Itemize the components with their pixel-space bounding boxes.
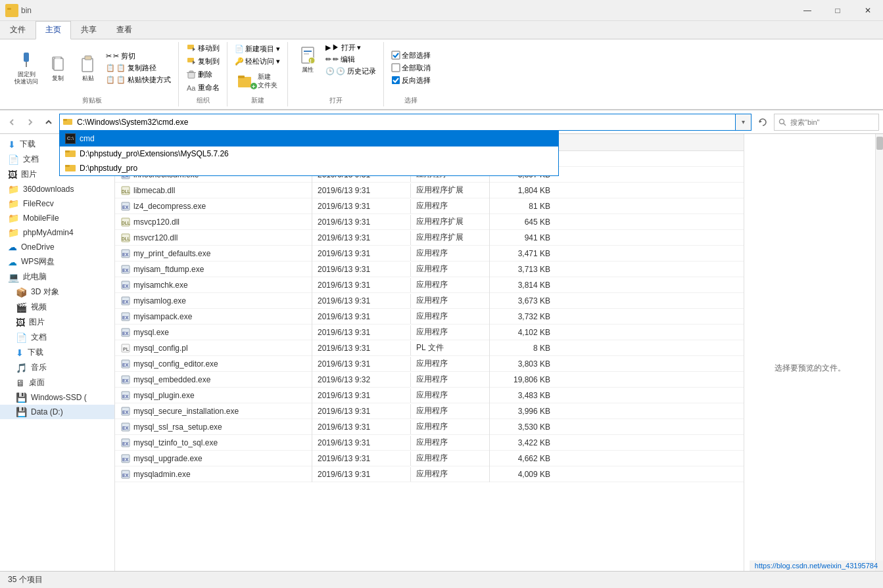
moveto-button[interactable]: 移动到: [184, 42, 222, 54]
sidebar-item-desktop[interactable]: 🖥 桌面: [0, 375, 114, 390]
copy-button[interactable]: 复制: [43, 51, 72, 85]
music-icon: 🎵: [16, 363, 27, 373]
sidebar-label-phpmyadmin: phpMyAdmin4: [23, 228, 74, 237]
cut-button[interactable]: ✂ ✂ 剪切: [104, 51, 173, 62]
file-size: 3,803 KB: [490, 357, 556, 371]
sidebar-item-360downloads[interactable]: 📁 360downloads: [0, 182, 114, 196]
minimize-button[interactable]: —: [792, 0, 823, 21]
sidebar-item-phpmyadmin[interactable]: 📁 phpMyAdmin4: [0, 225, 114, 240]
address-dropdown-button[interactable]: ▾: [736, 114, 752, 131]
sidebar-item-3d[interactable]: 📦 3D 对象: [0, 284, 114, 300]
newfolder-button[interactable]: + 新建文件夹: [233, 70, 281, 92]
sidebar-item-video[interactable]: 🎬 视频: [0, 300, 114, 315]
sidebar-item-onedrive[interactable]: ☁ OneDrive: [0, 240, 114, 254]
file-name: DLL libmecab.dll: [115, 183, 312, 198]
file-size: 19,806 KB: [490, 373, 556, 387]
pin-button[interactable]: 固定到快速访问: [11, 47, 42, 88]
svg-marker-36: [759, 120, 762, 123]
refresh-button[interactable]: [754, 114, 771, 131]
pasteshortcut-button[interactable]: 📋 📋 粘贴快捷方式: [104, 74, 173, 85]
svg-text:EX: EX: [122, 410, 129, 415]
svg-text:Aa: Aa: [187, 84, 196, 92]
selectall-button[interactable]: 全部选择: [389, 50, 433, 61]
svg-rect-19: [238, 76, 245, 78]
file-type-icon: EX: [120, 422, 131, 432]
tab-view[interactable]: 查看: [107, 21, 142, 39]
paste-button[interactable]: 粘贴: [74, 51, 103, 85]
table-row[interactable]: EX mysqladmin.exe 2019/6/13 9:31 应用程序 4,…: [115, 466, 744, 482]
new-buttons: 📄 新建项目 ▾ 🔑 轻松访问 ▾ + 新建文件夹: [233, 42, 282, 93]
delete-button[interactable]: 删除: [184, 68, 214, 80]
rename-button[interactable]: Aa 重命名: [184, 81, 222, 93]
history-button[interactable]: 🕒 🕒 历史记录: [323, 66, 378, 77]
properties-button[interactable]: ! 属性: [293, 42, 322, 77]
file-name: EX myisamlog.exe: [115, 293, 312, 309]
up-button[interactable]: [41, 114, 57, 130]
svg-text:EX: EX: [122, 284, 129, 288]
search-input[interactable]: [790, 118, 856, 126]
svg-point-37: [780, 119, 784, 124]
sidebar-item-music[interactable]: 🎵 音乐: [0, 360, 114, 375]
table-row[interactable]: EX myisamlog.exe 2019/6/13 9:31 应用程序 3,6…: [115, 293, 744, 309]
sidebar-item-thispc[interactable]: 💻 此电脑: [0, 269, 114, 284]
maximize-button[interactable]: □: [823, 0, 853, 21]
table-row[interactable]: EX myisamchk.exe 2019/6/13 9:31 应用程序 3,8…: [115, 277, 744, 293]
invertsel-button[interactable]: 反向选择: [389, 75, 433, 86]
file-size: 3,483 KB: [490, 388, 556, 403]
table-row[interactable]: EX my_print_defaults.exe 2019/6/13 9:31 …: [115, 246, 744, 261]
table-row[interactable]: EX mysql_embedded.exe 2019/6/13 9:32 应用程…: [115, 372, 744, 388]
autocomplete-item-mysql[interactable]: D:\phpstudy_pro\Extensions\MySQL5.7.26: [60, 147, 558, 161]
tab-share[interactable]: 共享: [71, 21, 107, 39]
back-button[interactable]: [4, 114, 20, 130]
tab-home[interactable]: 主页: [36, 21, 71, 39]
table-row[interactable]: DLL msvcr120.dll 2019/6/13 9:31 应用程序扩展 9…: [115, 230, 744, 246]
table-row[interactable]: EX mysql_secure_installation.exe 2019/6/…: [115, 403, 744, 419]
file-size: 3,673 KB: [490, 294, 556, 308]
svg-text:EX: EX: [122, 363, 129, 367]
sidebar-item-pictures2[interactable]: 🖼 图片: [0, 315, 114, 330]
forward-button[interactable]: [22, 114, 38, 130]
copypath-button[interactable]: 📋 📋 复制路径: [104, 62, 173, 74]
easyaccess-button[interactable]: 🔑 轻松访问 ▾: [233, 56, 282, 67]
file-name: EX lz4_decompress.exe: [115, 198, 312, 214]
sidebar-item-docs2[interactable]: 📄 文档: [0, 330, 114, 345]
file-type-icon: EX: [120, 453, 131, 464]
main-area: ⬇ 下载 📄 文档 🖼 图片 📁 360downloads 📁 FileRecv…: [0, 134, 883, 588]
table-row[interactable]: EX mysql_tzinfo_to_sql.exe 2019/6/13 9:3…: [115, 435, 744, 451]
sidebar-item-windows-ssd[interactable]: 💾 Windows-SSD (: [0, 390, 114, 405]
table-row[interactable]: EX mysql_ssl_rsa_setup.exe 2019/6/13 9:3…: [115, 419, 744, 435]
newitem-button[interactable]: 📄 新建项目 ▾: [233, 43, 282, 55]
autocomplete-item-cmd[interactable]: C:\ cmd: [60, 131, 558, 147]
selectnone-button[interactable]: 全部取消: [389, 62, 433, 74]
autocomplete-item-phpstudy[interactable]: D:\phpstudy_pro: [60, 161, 558, 175]
sidebar-item-mobilefile[interactable]: 📁 MobileFile: [0, 211, 114, 225]
table-row[interactable]: EX mysql.exe 2019/6/13 9:31 应用程序 4,102 K…: [115, 325, 744, 340]
table-row[interactable]: EX myisam_ftdump.exe 2019/6/13 9:31 应用程序…: [115, 261, 744, 277]
file-name: EX mysql_upgrade.exe: [115, 451, 312, 466]
table-row[interactable]: EX mysql_plugin.exe 2019/6/13 9:31 应用程序 …: [115, 388, 744, 403]
table-row[interactable]: PL mysql_config.pl 2019/6/13 9:31 PL 文件 …: [115, 340, 744, 356]
close-button[interactable]: ✕: [853, 0, 883, 21]
sidebar-item-download2[interactable]: ⬇ 下载: [0, 345, 114, 360]
tab-file[interactable]: 文件: [0, 21, 36, 39]
address-input[interactable]: [59, 114, 736, 131]
copyto-button[interactable]: 复制到: [184, 55, 222, 67]
paste-label: 粘贴: [82, 74, 94, 83]
table-row[interactable]: EX mysql_upgrade.exe 2019/6/13 9:31 应用程序…: [115, 451, 744, 466]
table-row[interactable]: DLL libmecab.dll 2019/6/13 9:31 应用程序扩展 1…: [115, 183, 744, 198]
open-button[interactable]: ▶ ▶ 打开 ▾: [323, 42, 378, 53]
table-row[interactable]: EX mysql_config_editor.exe 2019/6/13 9:3…: [115, 356, 744, 372]
table-row[interactable]: DLL msvcp120.dll 2019/6/13 9:31 应用程序扩展 6…: [115, 214, 744, 230]
ribbon: 文件 主页 共享 查看 固定到快速访问 复制: [0, 21, 883, 110]
newfolder-label: 新建文件夹: [258, 72, 277, 89]
sidebar-item-filerecv[interactable]: 📁 FileRecv: [0, 196, 114, 211]
sidebar-item-wps[interactable]: ☁ WPS网盘: [0, 254, 114, 269]
scrollbar-thumb[interactable]: [876, 137, 883, 150]
table-row[interactable]: EX lz4_decompress.exe 2019/6/13 9:31 应用程…: [115, 198, 744, 214]
table-row[interactable]: EX myisampack.exe 2019/6/13 9:31 应用程序 3,…: [115, 309, 744, 325]
svg-text:EX: EX: [122, 315, 129, 320]
scrollbar[interactable]: [875, 134, 883, 588]
sidebar-item-data[interactable]: 💾 Data (D:): [0, 405, 114, 419]
file-name: EX myisam_ftdump.exe: [115, 261, 312, 277]
edit-button[interactable]: ✏ ✏ 编辑: [323, 54, 378, 65]
